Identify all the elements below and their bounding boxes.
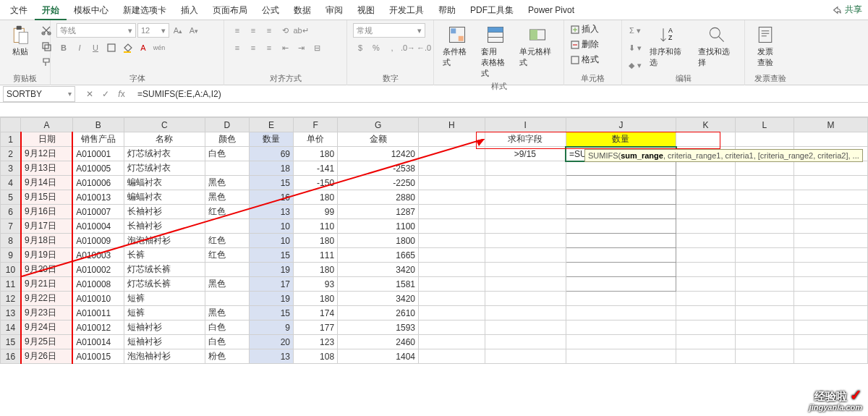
cond-format-button[interactable]: 条件格式 bbox=[440, 23, 474, 69]
cell-C1[interactable]: 名称 bbox=[124, 132, 205, 147]
cell-C[interactable]: 灯芯绒衬衣 bbox=[124, 161, 205, 176]
cell-G[interactable]: 1593 bbox=[338, 321, 419, 335]
cell-E[interactable]: 69 bbox=[249, 147, 293, 161]
cell-B[interactable]: A010015 bbox=[72, 349, 124, 364]
share-button[interactable]: 共享 bbox=[832, 4, 862, 16]
col-K[interactable]: K bbox=[676, 118, 735, 132]
cell-M[interactable] bbox=[794, 161, 868, 176]
cell-E[interactable]: 18 bbox=[249, 161, 293, 176]
cell-L[interactable] bbox=[735, 277, 793, 292]
row-hdr[interactable]: 11 bbox=[1, 277, 21, 292]
cell-M[interactable] bbox=[794, 205, 868, 219]
align-top-button[interactable]: ≡ bbox=[230, 23, 244, 38]
cell-I[interactable] bbox=[485, 277, 566, 292]
cell-M[interactable] bbox=[794, 277, 868, 292]
cell-F[interactable]: 93 bbox=[294, 277, 338, 292]
cell-M[interactable] bbox=[794, 248, 868, 263]
cell-J[interactable] bbox=[566, 176, 676, 190]
cell-K[interactable] bbox=[676, 263, 735, 277]
cell-J[interactable] bbox=[566, 306, 676, 321]
invoice-button[interactable]: 发票 查验 bbox=[751, 23, 780, 69]
cell-J[interactable] bbox=[566, 161, 676, 176]
increase-font-button[interactable]: A▴ bbox=[171, 23, 185, 38]
cell-C[interactable]: 蝙蝠衬衣 bbox=[124, 190, 205, 205]
col-L[interactable]: L bbox=[735, 118, 793, 132]
cell-I[interactable] bbox=[485, 306, 566, 321]
cell-G[interactable]: -2538 bbox=[338, 161, 419, 176]
cell-J[interactable] bbox=[566, 190, 676, 205]
cell-H[interactable] bbox=[419, 161, 485, 176]
cell-C[interactable]: 泡泡袖衬衫 bbox=[124, 234, 205, 248]
cell-F[interactable]: 108 bbox=[294, 349, 338, 364]
cell-J[interactable] bbox=[566, 277, 676, 292]
align-right-button[interactable]: ≡ bbox=[262, 41, 276, 55]
row-hdr[interactable]: 9 bbox=[1, 248, 21, 263]
cell-E[interactable]: 15 bbox=[249, 306, 293, 321]
cell-B[interactable]: A010003 bbox=[72, 248, 124, 263]
cell-E[interactable]: 10 bbox=[249, 219, 293, 234]
cell-L[interactable] bbox=[735, 349, 793, 364]
cell-style-button[interactable]: 单元格样式 bbox=[516, 23, 558, 69]
indent-inc-button[interactable]: ⇥ bbox=[294, 41, 308, 55]
cell-J[interactable] bbox=[566, 292, 676, 306]
cell-K[interactable] bbox=[676, 321, 735, 335]
cell-I[interactable] bbox=[485, 219, 566, 234]
cell-I[interactable] bbox=[485, 205, 566, 219]
cell-K1[interactable] bbox=[676, 132, 735, 147]
cell-E[interactable]: 15 bbox=[249, 176, 293, 190]
tab-formula[interactable]: 公式 bbox=[255, 0, 286, 20]
phonetic-button[interactable]: wén bbox=[152, 41, 166, 55]
autosum-button[interactable]: Σ ▾ bbox=[628, 23, 642, 38]
cell-L1[interactable] bbox=[735, 132, 793, 147]
col-F[interactable]: F bbox=[294, 118, 338, 132]
sort-filter-button[interactable]: AZ 排序和筛选 bbox=[647, 23, 691, 69]
cell-H[interactable] bbox=[419, 219, 485, 234]
cell-E[interactable]: 20 bbox=[249, 335, 293, 349]
cell-J1[interactable]: 数量 bbox=[566, 132, 676, 147]
cell-J[interactable] bbox=[566, 205, 676, 219]
number-format-dropdown[interactable]: 常规 bbox=[353, 23, 425, 38]
inc-decimal-button[interactable]: .0→ bbox=[401, 41, 415, 55]
col-J[interactable]: J bbox=[566, 118, 676, 132]
cell-D[interactable] bbox=[205, 263, 249, 277]
cell-M[interactable] bbox=[794, 190, 868, 205]
cell-J[interactable] bbox=[566, 321, 676, 335]
cell-B[interactable]: A010012 bbox=[72, 321, 124, 335]
accept-formula-button[interactable]: ✓ bbox=[98, 87, 113, 101]
row-hdr[interactable]: 4 bbox=[1, 176, 21, 190]
cell-A[interactable]: 9月26日 bbox=[21, 349, 72, 364]
cell-H[interactable] bbox=[419, 292, 485, 306]
row-hdr[interactable]: 8 bbox=[1, 234, 21, 248]
cell-D[interactable]: 白色 bbox=[205, 321, 249, 335]
align-bottom-button[interactable]: ≡ bbox=[262, 23, 276, 38]
wrap-button[interactable]: ab↵ bbox=[294, 23, 308, 38]
cell-K[interactable] bbox=[676, 349, 735, 364]
cell-G[interactable]: 1665 bbox=[338, 248, 419, 263]
cell-L[interactable] bbox=[735, 292, 793, 306]
cell-G[interactable]: 3420 bbox=[338, 292, 419, 306]
cell-A[interactable]: 9月20日 bbox=[21, 263, 72, 277]
tab-powerpivot[interactable]: Power Pivot bbox=[521, 0, 582, 20]
cell-A[interactable]: 9月22日 bbox=[21, 292, 72, 306]
cell-A[interactable]: 9月17日 bbox=[21, 219, 72, 234]
cell-F1[interactable]: 单价 bbox=[294, 132, 338, 147]
cell-F[interactable]: 123 bbox=[294, 335, 338, 349]
cell-K[interactable] bbox=[676, 205, 735, 219]
cell-H[interactable] bbox=[419, 176, 485, 190]
tab-file[interactable]: 文件 bbox=[3, 0, 35, 20]
cell-L[interactable] bbox=[735, 306, 793, 321]
cell-D[interactable]: 白色 bbox=[205, 147, 249, 161]
cell-K[interactable] bbox=[676, 190, 735, 205]
cell-D[interactable] bbox=[205, 219, 249, 234]
tab-view[interactable]: 视图 bbox=[350, 0, 382, 20]
cell-J[interactable] bbox=[566, 219, 676, 234]
cell-K[interactable] bbox=[676, 335, 735, 349]
cell-A[interactable]: 9月14日 bbox=[21, 176, 72, 190]
delete-cells-button[interactable]: 删除 bbox=[570, 38, 599, 51]
cell-L[interactable] bbox=[735, 321, 793, 335]
cell-C[interactable]: 短袖衬衫 bbox=[124, 321, 205, 335]
cell-C[interactable]: 灯芯绒长裤 bbox=[124, 277, 205, 292]
cell-L[interactable] bbox=[735, 176, 793, 190]
cell-B[interactable]: A010010 bbox=[72, 292, 124, 306]
cell-M[interactable] bbox=[794, 306, 868, 321]
